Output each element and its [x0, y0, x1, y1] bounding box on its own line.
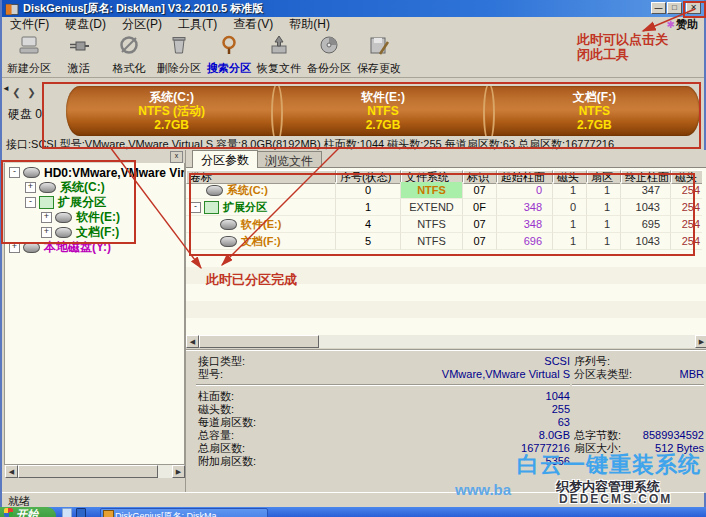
filesystem-cell: NTFS [401, 182, 463, 199]
partition-table: 卷标 序号(状态) 文件系统 标识 起始柱面 磁头 扇区 终止柱面 磁头 系统(… [186, 167, 706, 336]
format-button[interactable]: 格式化 [104, 32, 154, 76]
search-icon [218, 34, 240, 60]
quick-launch-icon[interactable] [62, 508, 72, 517]
table-row-extended[interactable]: -扩展分区 1 EXTEND 0F 348 0 1 1043 254 [186, 199, 706, 216]
window-title: DiskGenius[原名: DiskMan] V3.2.2010.5 标准版 [23, 1, 263, 16]
plug-icon [68, 34, 90, 60]
expander-icon[interactable]: + [25, 182, 36, 193]
collapse-arrow-icon[interactable]: ◄ [2, 84, 10, 93]
new-partition-icon [18, 34, 40, 60]
tree-item-extended[interactable]: - 扩展分区 [25, 195, 106, 210]
tree-item-docs-f[interactable]: + 文档(F:) [41, 225, 119, 240]
empty-row [186, 250, 706, 268]
expander-icon[interactable]: - [25, 197, 36, 208]
expander-icon[interactable]: + [9, 242, 20, 253]
save-icon [368, 34, 390, 60]
scroll-thumb[interactable] [199, 335, 319, 348]
menu-tools[interactable]: 工具(T) [170, 16, 225, 33]
partition-tree-panel: x - HD0:VMware,VMware Virtual + 系统(C:) -… [4, 150, 186, 492]
scroll-right-icon[interactable]: ▶ [172, 465, 185, 478]
start-button[interactable]: 开始 [0, 507, 56, 517]
save-changes-button[interactable]: 保存更改 [354, 32, 404, 76]
tab-browse-files[interactable]: 浏览文件 [256, 151, 322, 167]
menu-help[interactable]: 帮助(H) [281, 16, 338, 33]
detail-row: 型号:VMware,VMware Virtual S [198, 368, 570, 381]
disk-cylinder-bar: 系统(C:) NTFS (活动) 2.7GB 软件(E:) NTFS 2.7GB… [66, 86, 700, 136]
partition-segment-e[interactable]: 软件(E:) NTFS 2.7GB [277, 86, 488, 136]
scroll-right-icon[interactable]: ▶ [695, 335, 706, 348]
tree-item-system-c[interactable]: + 系统(C:) [25, 180, 105, 195]
panel-close-icon[interactable]: x [170, 151, 183, 163]
tree-item-local-disk-y[interactable]: + 本地磁盘(Y:) [9, 240, 111, 255]
detail-row: 总容量:8.0GB [198, 429, 570, 442]
partition-detail-panel: 分区参数 浏览文件 卷标 序号(状态) 文件系统 标识 起始柱面 磁头 扇区 终… [186, 150, 706, 492]
delete-partition-button[interactable]: 删除分区 [154, 32, 204, 76]
tree-area: - HD0:VMware,VMware Virtual + 系统(C:) - 扩… [4, 163, 185, 465]
recover-files-button[interactable]: 恢复文件 [254, 32, 304, 76]
new-partition-button[interactable]: 新建分区 [4, 32, 54, 76]
disk-icon [55, 227, 72, 238]
expander-icon[interactable]: - [190, 202, 201, 213]
quick-launch-icon[interactable] [76, 508, 86, 517]
activate-button[interactable]: 激活 [54, 32, 104, 76]
detail-row: 序列号: [574, 355, 704, 368]
tree-horizontal-scrollbar[interactable]: ◀ ▶ [5, 465, 185, 478]
diskgenius-window: DiskGenius[原名: DiskMan] V3.2.2010.5 标准版 … [0, 0, 706, 507]
disk-icon [206, 185, 223, 196]
empty-row [186, 284, 706, 302]
windows-flag-icon [4, 508, 13, 517]
taskbar-item-diskgenius[interactable]: DiskGenius[原名: DiskMa [100, 508, 268, 517]
screenshot-root: DiskGenius[原名: DiskMan] V3.2.2010.5 标准版 … [0, 0, 706, 517]
sponsor-link[interactable]: ✱赞助 [667, 17, 698, 32]
search-partition-button[interactable]: 搜索分区 [204, 32, 254, 76]
scroll-thumb[interactable] [18, 465, 158, 478]
menu-view[interactable]: 查看(V) [225, 16, 281, 33]
table-row-docs-f[interactable]: 文档(F:) 5 NTFS 07 696 1 1 1043 254 [186, 233, 706, 250]
table-row-system-c[interactable]: 系统(C:) 0 NTFS 07 0 1 1 347 254 [186, 182, 706, 199]
scroll-left-icon[interactable]: ◀ [186, 335, 199, 348]
prev-disk-arrow[interactable]: ❮ [10, 86, 23, 99]
tab-partition-params[interactable]: 分区参数 [192, 150, 258, 168]
table-horizontal-scrollbar[interactable]: ◀ ▶ [186, 335, 706, 348]
status-bar: 就绪 [2, 492, 704, 507]
detail-row: 每道扇区数:63 [198, 416, 570, 429]
maximize-button[interactable]: □ [667, 2, 682, 14]
close-button[interactable]: ✕ [686, 2, 701, 14]
scroll-left-icon[interactable]: ◀ [5, 465, 18, 478]
expander-icon[interactable]: - [9, 167, 20, 178]
title-bar[interactable]: DiskGenius[原名: DiskMan] V3.2.2010.5 标准版 … [2, 0, 704, 17]
partition-segment-f[interactable]: 文档(F:) NTFS 2.7GB [489, 86, 700, 136]
detail-row: 磁头数:255 [198, 403, 570, 416]
next-disk-arrow[interactable]: ❯ [25, 86, 38, 99]
disk-icon [23, 167, 40, 178]
divider [572, 384, 704, 386]
table-row-software-e[interactable]: 软件(E:) 4 NTFS 07 348 1 1 695 254 [186, 216, 706, 233]
disc-icon [318, 34, 340, 60]
disk-icon [220, 236, 237, 247]
disk-icon [39, 182, 56, 193]
menu-bar: 文件(F) 硬盘(D) 分区(P) 工具(T) 查看(V) 帮助(H) ✱赞助 [2, 17, 704, 33]
partition-segment-c[interactable]: 系统(C:) NTFS (活动) 2.7GB [66, 86, 277, 136]
disk-icon [55, 212, 72, 223]
backup-partition-button[interactable]: 备份分区 [304, 32, 354, 76]
detail-row: 分区表类型:MBR [574, 368, 704, 381]
tree-item-hd0[interactable]: - HD0:VMware,VMware Virtual [9, 165, 185, 180]
empty-row [186, 267, 706, 285]
disk-overview-panel: ◄ ❮ ❯ 硬盘 0 系统(C:) NTFS (活动) 2.7GB 软件(E:)… [2, 78, 704, 150]
extended-partition-icon [39, 196, 54, 209]
empty-row [186, 318, 706, 336]
menu-file[interactable]: 文件(F) [2, 16, 57, 33]
menu-disk[interactable]: 硬盘(D) [57, 16, 114, 33]
expander-icon[interactable]: + [41, 227, 52, 238]
menu-partition[interactable]: 分区(P) [114, 16, 170, 33]
detail-row: 柱面数:1044 [198, 390, 570, 403]
disk-icon [220, 219, 237, 230]
detail-row: 附加扇区数:5356 [198, 455, 570, 468]
tree-panel-header[interactable]: x [4, 150, 185, 162]
format-icon [118, 34, 140, 60]
disk-label: 硬盘 0 [8, 106, 42, 123]
tree-item-software-e[interactable]: + 软件(E:) [41, 210, 120, 225]
minimize-button[interactable]: — [651, 2, 666, 14]
app-icon [103, 510, 114, 517]
expander-icon[interactable]: + [41, 212, 52, 223]
